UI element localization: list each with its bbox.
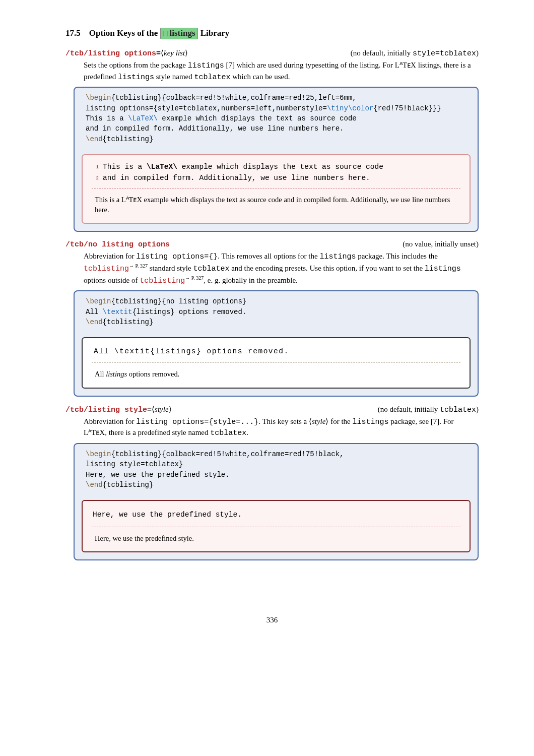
listing-area: All \textit{listings} options removed.	[92, 344, 460, 358]
option-key-header: /tcb/listing options=⟨key list⟩ (no defa…	[65, 48, 479, 58]
section-number: 17.5	[65, 28, 81, 38]
source-code: \begin{tcblisting}{no listing options} A…	[75, 291, 478, 332]
separator	[92, 527, 460, 527]
listing-area: Here, we use the predefined style.	[92, 507, 460, 522]
source-code: \begin{tcblisting}{colback=red!5!white,c…	[75, 88, 478, 149]
option-key-arg: key list	[164, 49, 185, 57]
result-box: All \textit{listings} options removed. A…	[82, 337, 471, 388]
compiled-area: All listings options removed.	[92, 367, 460, 380]
example-box: \begin{tcblisting}{no listing options} A…	[74, 290, 479, 396]
option-key-meta: (no default, initially style=tcblatex)	[351, 49, 479, 58]
option-description: Abbreviation for listing options={style=…	[84, 416, 479, 439]
library-badge: listings	[160, 28, 197, 39]
option-key-arg: style	[155, 405, 169, 413]
separator	[92, 362, 460, 363]
option-key-name: /tcb/listing style	[65, 406, 147, 414]
page-number: 336	[65, 616, 479, 624]
listing-area: 1This is a \LaTeX\ example which display…	[92, 161, 460, 184]
section-heading: 17.5 Option Keys of the listings Library	[65, 28, 479, 39]
result-box: Here, we use the predefined style. Here,…	[82, 500, 471, 552]
section-title-post: Library	[201, 28, 230, 38]
option-key-meta: (no default, initially tcblatex)	[378, 405, 479, 414]
option-description: Sets the options from the package listin…	[84, 60, 479, 83]
option-key-name: /tcb/no listing options	[65, 240, 170, 249]
source-code: \begin{tcblisting}{colback=red!5!white,c…	[75, 444, 478, 495]
example-box: \begin{tcblisting}{colback=red!5!white,c…	[74, 87, 479, 232]
result-box: 1This is a \LaTeX\ example which display…	[82, 154, 471, 224]
option-key-header: /tcb/listing style=⟨style⟩ (no default, …	[65, 405, 479, 414]
option-key-meta: (no value, initially unset)	[403, 240, 479, 248]
option-description: Abbreviation for listing options={}. Thi…	[84, 251, 479, 286]
option-key-header: /tcb/no listing options (no value, initi…	[65, 240, 479, 249]
option-key-name: /tcb/listing options	[65, 49, 156, 58]
separator	[92, 188, 460, 188]
compiled-area: Here, we use the predefined style.	[92, 531, 460, 544]
example-box: \begin{tcblisting}{colback=red!5!white,c…	[74, 443, 479, 560]
compiled-area: This is a LᴬTᴇX example which displays t…	[92, 193, 460, 216]
section-title-pre: Option Keys of the	[89, 28, 160, 38]
